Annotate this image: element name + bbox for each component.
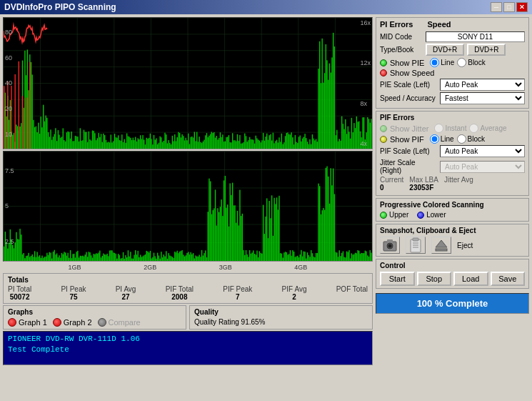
pie-block-option[interactable]: Block (457, 58, 485, 67)
terminal-box: PIONEER DVD-RW DVR-111D 1.06 Test Comple… (3, 331, 373, 365)
show-jitter-label: Show Jitter (390, 124, 428, 133)
total-pif-total: PIF Total 2008 (166, 285, 194, 301)
svg-marker-9 (436, 240, 447, 247)
jitter-instant-radio (434, 124, 443, 133)
jitter-led (380, 125, 387, 132)
graph2-label: Graph 2 (64, 318, 92, 327)
svg-rect-4 (411, 239, 421, 252)
speed-header: Speed (427, 20, 451, 29)
pif-scale-select[interactable]: Auto Peak (440, 145, 525, 157)
pif-scale-row: PIF Scale (Left) Auto Peak (380, 145, 525, 157)
graph1-label: Graph 1 (19, 318, 47, 327)
mid-code-value: SONY D11 (426, 31, 525, 42)
compare-label: Compare (109, 318, 141, 327)
clipboard-button[interactable] (406, 237, 426, 254)
pif-block-radio[interactable] (457, 134, 466, 144)
quality-title: Quality (194, 308, 368, 316)
pif-radio-group: Line Block (430, 134, 485, 144)
show-pie-label: Show PIE (390, 59, 424, 67)
pie-scale-select[interactable]: Auto Peak (440, 79, 525, 91)
show-speed-label: Show Speed (390, 69, 434, 77)
x-axis: 1GB 2GB 3GB 4GB (3, 263, 373, 272)
quality-rating: Quality Rating 91.65% (194, 318, 368, 326)
start-button[interactable]: Start (380, 272, 415, 286)
jitter-average-radio (469, 124, 478, 133)
type-book-btn2[interactable]: DVD+R (467, 44, 506, 56)
type-book-label: Type/Book (380, 46, 423, 54)
svg-rect-10 (436, 249, 447, 251)
compare-item[interactable]: Compare (98, 318, 141, 327)
progressive-header: Progressive Colored Scanning (380, 201, 525, 209)
speed-accuracy-select[interactable]: Fastest (440, 92, 525, 104)
jitter-scale-select: Auto Peak (440, 161, 525, 173)
graph2-item[interactable]: Graph 2 (53, 318, 92, 327)
pif-scale-label: PIF Scale (Left) (380, 147, 437, 155)
lower-item: Lower (417, 211, 446, 219)
show-pif-row: Show PIF Line Block (380, 134, 525, 144)
pif-errors-section: PIF Errors Show Jitter Instant Average (376, 111, 529, 196)
control-buttons: Start Stop Load Save (380, 272, 525, 286)
load-button[interactable]: Load (453, 272, 488, 286)
totals-row: PI Total 50072 PI Peak 75 PI Avg 27 PIF … (8, 285, 368, 301)
jitter-average-option[interactable]: Average (469, 124, 506, 133)
graph1-item[interactable]: Graph 1 (8, 318, 47, 327)
show-pif-label: Show PIF (390, 135, 424, 144)
pie-led (380, 59, 387, 66)
totals-title: Totals (8, 276, 368, 284)
maximize-button[interactable]: □ (503, 2, 515, 12)
pif-line-label: Line (441, 135, 454, 143)
pi-errors-section: PI Errors Speed MID Code SONY D11 Type/B… (376, 17, 529, 109)
pie-scale-label: PIE Scale (Left) (380, 81, 437, 89)
mid-code-row: MID Code SONY D11 (380, 31, 525, 42)
lower-led (417, 212, 424, 219)
jitter-instant-option[interactable]: Instant (434, 124, 466, 133)
save-button[interactable]: Save (491, 272, 526, 286)
pif-block-option[interactable]: Block (457, 134, 485, 144)
eject-label: Eject (457, 242, 473, 249)
quality-box: Quality Quality Rating 91.65% (189, 305, 373, 330)
terminal-line1: PIONEER DVD-RW DVR-111D 1.06 (8, 334, 368, 345)
show-jitter-row: Show Jitter Instant Average (380, 124, 525, 133)
type-book-btn1[interactable]: DVD+R (426, 44, 464, 56)
left-panel: 80 60 40 20 10 16x 12x 8x 4x 7.5 5 2.5 (3, 17, 373, 365)
jitter-avg-item: Jitter Avg (444, 176, 473, 192)
pi-errors-header: PI Errors (380, 20, 413, 29)
max-lba-label: Max LBA (409, 176, 438, 184)
speed-accuracy-row: Speed / Accuracy Fastest (380, 92, 525, 104)
camera-button[interactable] (380, 237, 400, 254)
pie-line-label: Line (441, 59, 454, 66)
stop-button[interactable]: Stop (417, 272, 452, 286)
mid-code-label: MID Code (380, 33, 423, 41)
max-lba-value: 23053F (409, 184, 438, 192)
pie-line-option[interactable]: Line (430, 58, 454, 67)
pif-led (380, 136, 387, 143)
control-header: Control (380, 262, 525, 269)
bottom-chart-canvas (4, 152, 372, 261)
total-pi-avg: PI Avg 27 (116, 285, 136, 301)
app-title: DVDInfoPro PIPO Scanning (4, 2, 116, 12)
eject-button[interactable] (431, 237, 451, 254)
pie-block-label: Block (468, 59, 485, 66)
pi-header: PI Errors Speed (380, 20, 525, 29)
type-book-row: Type/Book DVD+R DVD+R (380, 44, 525, 56)
jitter-avg-label: Jitter Avg (444, 176, 473, 184)
minimize-button[interactable]: ─ (491, 2, 502, 12)
svg-point-2 (388, 244, 392, 248)
graph-items: Graph 1 Graph 2 Compare (8, 318, 181, 327)
upper-led (380, 212, 387, 219)
close-button[interactable]: ✕ (516, 2, 528, 12)
top-chart: 80 60 40 20 10 16x 12x 8x 4x (3, 17, 373, 149)
total-pif-avg: PIF Avg 2 (282, 285, 307, 301)
pie-radio-group: Line Block (430, 58, 485, 67)
pif-line-option[interactable]: Line (430, 134, 454, 144)
pif-line-radio[interactable] (430, 134, 439, 144)
pie-block-radio[interactable] (457, 58, 466, 67)
total-pof-total: POF Total (336, 285, 368, 301)
snapshot-header: Snapshot, Clipboard & Eject (380, 227, 525, 234)
upper-label: Upper (389, 211, 408, 219)
total-pif-peak: PIF Peak 7 (223, 285, 252, 301)
max-lba-item: Max LBA 23053F (409, 176, 438, 192)
right-panel: PI Errors Speed MID Code SONY D11 Type/B… (376, 17, 529, 365)
compare-dot (98, 318, 106, 327)
pie-line-radio[interactable] (430, 58, 439, 67)
